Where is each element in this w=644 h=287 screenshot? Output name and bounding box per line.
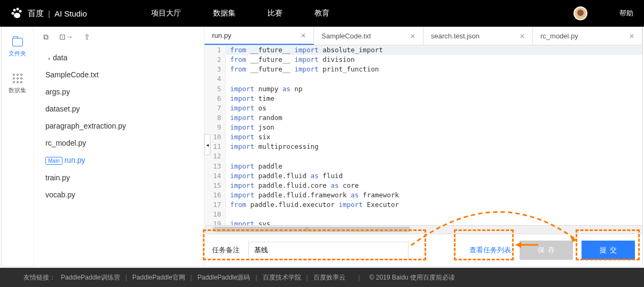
horizontal-scrollbar[interactable] <box>205 225 642 234</box>
tree-file[interactable]: train.py <box>34 169 204 186</box>
submit-button[interactable]: 提交 <box>582 241 635 260</box>
tree-file[interactable]: SampleCode.txt <box>34 66 204 83</box>
folder-icon <box>12 38 23 46</box>
close-icon[interactable]: ✕ <box>520 33 525 40</box>
file-tree: ⌃data SampleCode.txt args.py dataset.py … <box>34 47 204 205</box>
paw-icon <box>11 7 23 20</box>
main-area: 文件夹 数据集 ⧉ ⊡→ ⇪ ⌃data SampleCode.txt args… <box>1 27 643 267</box>
footer-copyright: © 2019 Baidu 使用百度前必读 <box>370 273 455 282</box>
footer-link[interactable]: PaddlePaddle训练营 <box>61 273 120 282</box>
file-explorer: ⧉ ⊡→ ⇪ ⌃data SampleCode.txt args.py data… <box>34 27 205 266</box>
brand-logo: 百度 | AI Studio <box>11 7 87 20</box>
svg-point-0 <box>13 9 16 12</box>
nav-datasets[interactable]: 数据集 <box>213 9 235 18</box>
rail-dataset[interactable]: 数据集 <box>9 74 26 94</box>
footer-label: 友情链接： <box>23 273 56 282</box>
user-avatar[interactable] <box>574 6 587 20</box>
collapse-sidebar-handle[interactable]: ◂ <box>204 134 210 155</box>
view-tasks-link[interactable]: 查看任务列表 <box>469 245 511 255</box>
code-editor[interactable]: 1from __future__ import absolute_import2… <box>205 45 642 225</box>
file-toolbar: ⧉ ⊡→ ⇪ <box>34 27 204 47</box>
close-icon[interactable]: ✕ <box>410 33 415 40</box>
task-note-label: 任务备注 <box>212 245 240 255</box>
footer: 友情链接： PaddlePaddle训练营| PaddlePaddle官网| P… <box>0 268 644 287</box>
brand-studio: AI Studio <box>54 9 87 18</box>
close-icon[interactable]: ✕ <box>301 32 306 39</box>
footer-link[interactable]: PaddlePaddle官网 <box>132 273 185 282</box>
nav-projects[interactable]: 项目大厅 <box>151 9 181 18</box>
footer-link[interactable]: PaddlePaddle源码 <box>198 273 250 282</box>
task-bar: 任务备注 查看任务列表 保存 提交 <box>205 234 642 266</box>
top-nav: 项目大厅 数据集 比赛 教育 <box>151 9 329 18</box>
tree-file[interactable]: vocab.py <box>34 186 204 203</box>
footer-link[interactable]: 百度效率云 <box>313 273 345 282</box>
editor-tab[interactable]: search.test.json✕ <box>423 27 533 45</box>
svg-point-4 <box>14 13 20 18</box>
dataset-icon <box>13 74 22 83</box>
task-note-input[interactable] <box>248 242 409 259</box>
svg-point-2 <box>19 10 22 13</box>
new-file-icon[interactable]: ⧉ <box>43 33 49 42</box>
editor-tab[interactable]: SampleCode.txt✕ <box>314 27 423 45</box>
editor-tab[interactable]: rc_model.py✕ <box>533 27 642 45</box>
tree-file[interactable]: rc_model.py <box>34 134 204 152</box>
tree-file[interactable]: dataset.py <box>34 100 204 117</box>
editor-pane: ◂ run.py✕SampleCode.txt✕search.test.json… <box>205 27 642 266</box>
editor-tabs: run.py✕SampleCode.txt✕search.test.json✕r… <box>205 27 642 45</box>
upload-icon[interactable]: ⇪ <box>84 33 90 42</box>
nav-education[interactable]: 教育 <box>315 9 329 18</box>
footer-link[interactable]: 百度技术学院 <box>263 273 301 282</box>
tree-file[interactable]: args.py <box>34 83 204 100</box>
svg-point-3 <box>12 12 14 15</box>
editor-tab[interactable]: run.py✕ <box>205 27 314 45</box>
svg-point-1 <box>17 8 19 11</box>
tree-file[interactable]: paragraph_extraction.py <box>34 117 204 134</box>
top-header: 百度 | AI Studio 项目大厅 数据集 比赛 教育 帮助 <box>0 0 644 27</box>
new-folder-icon[interactable]: ⊡→ <box>59 33 73 42</box>
close-icon[interactable]: ✕ <box>629 33 634 40</box>
brand-baidu: 百度 <box>28 9 44 19</box>
tree-file-main[interactable]: Mainrun.py <box>34 152 204 169</box>
nav-competitions[interactable]: 比赛 <box>268 9 282 18</box>
nav-help[interactable]: 帮助 <box>619 9 633 18</box>
tree-folder-data[interactable]: ⌃data <box>34 49 204 66</box>
rail-folder[interactable]: 文件夹 <box>9 38 26 58</box>
left-rail: 文件夹 数据集 <box>2 27 34 266</box>
save-button[interactable]: 保存 <box>520 241 573 260</box>
